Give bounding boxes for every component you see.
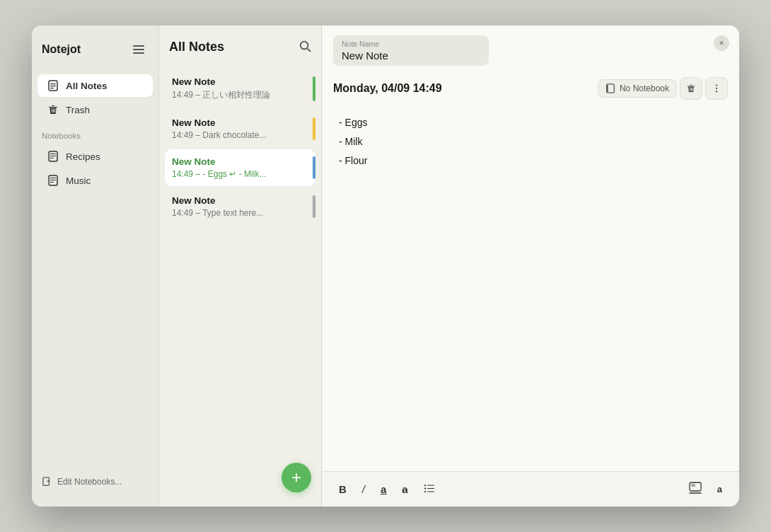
note-title: New Note <box>172 117 308 128</box>
editor-toolbar: Monday, 04/09 14:49 No Notebook <box>322 73 739 107</box>
svg-rect-2 <box>133 52 144 54</box>
svg-rect-16 <box>49 177 50 184</box>
add-note-button[interactable]: + <box>282 463 311 492</box>
strikethrough-icon: a <box>402 483 407 495</box>
svg-rect-30 <box>424 491 426 492</box>
more-options-button[interactable] <box>705 77 728 100</box>
notebook-music-icon <box>47 175 59 186</box>
svg-rect-32 <box>690 482 701 491</box>
search-icon <box>298 40 311 52</box>
notebook-button[interactable]: No Notebook <box>598 79 677 98</box>
sidebar-item-recipes[interactable]: Recipes <box>37 145 153 168</box>
svg-rect-9 <box>50 156 56 156</box>
notebook-btn-icon <box>605 83 615 93</box>
insert-icon <box>689 482 702 495</box>
note-preview: 14:49 – Type text here... <box>172 208 308 218</box>
sidebar-item-all-notes[interactable]: All Notes <box>37 74 153 97</box>
underline-button[interactable]: a <box>375 480 392 498</box>
edit-notebooks-label: Edit Notebooks... <box>57 477 122 487</box>
more-icon <box>712 83 721 93</box>
svg-point-23 <box>716 84 717 86</box>
sidebar-item-music[interactable]: Music <box>37 169 153 192</box>
bold-button[interactable]: B <box>333 480 352 498</box>
text-style-button[interactable]: a <box>712 481 728 497</box>
svg-rect-29 <box>427 488 434 489</box>
svg-rect-31 <box>427 492 434 492</box>
svg-rect-33 <box>691 484 695 487</box>
note-title: New Note <box>172 156 308 167</box>
all-notes-label: All Notes <box>66 81 108 91</box>
menu-button[interactable] <box>129 40 149 59</box>
delete-icon <box>686 83 696 93</box>
edit-notebooks-button[interactable]: Edit Notebooks... <box>32 471 158 492</box>
sidebar: Notejot All Notes Trash <box>32 25 159 507</box>
content-line: - Eggs <box>339 114 722 132</box>
note-title: New Note <box>172 195 308 206</box>
note-item[interactable]: New Note 14:49 – 正しい相対性理論 <box>165 69 315 108</box>
svg-rect-10 <box>50 158 54 158</box>
text-style-icon: a <box>717 484 722 495</box>
note-accent <box>313 156 315 179</box>
note-preview: 14:49 – Dark chocolate... <box>172 130 308 140</box>
menu-icon <box>133 44 144 55</box>
note-item[interactable]: New Note 14:49 – - Eggs ↵ - Milk... <box>165 149 315 186</box>
editor-panel: Note Name New Note Monday, 04/09 14:49 N… <box>322 25 739 507</box>
svg-point-24 <box>716 88 717 89</box>
delete-note-button[interactable] <box>680 77 702 100</box>
note-date: Monday, 04/09 14:49 <box>333 82 595 95</box>
svg-rect-4 <box>50 83 56 84</box>
svg-rect-8 <box>50 154 56 154</box>
svg-rect-11 <box>49 153 50 160</box>
sidebar-header: Notejot <box>32 40 158 74</box>
svg-rect-26 <box>424 485 426 486</box>
note-accent <box>313 195 315 218</box>
underline-icon: a <box>381 483 386 495</box>
svg-rect-5 <box>50 86 56 86</box>
svg-rect-27 <box>427 485 434 486</box>
notebook-label: No Notebook <box>620 83 669 93</box>
note-item[interactable]: New Note 14:49 – Dark chocolate... <box>165 110 315 147</box>
note-preview: 14:49 – - Eggs ↵ - Milk... <box>172 169 308 179</box>
note-accent <box>313 117 315 140</box>
strikethrough-button[interactable]: a <box>396 480 413 498</box>
svg-rect-28 <box>424 488 426 490</box>
svg-rect-14 <box>50 180 56 180</box>
insert-button[interactable] <box>683 479 707 499</box>
content-line: - Milk <box>339 133 722 151</box>
svg-rect-18 <box>42 479 43 485</box>
music-label: Music <box>66 175 91 186</box>
list-button[interactable] <box>418 480 441 499</box>
svg-rect-13 <box>50 178 56 178</box>
note-title: New Note <box>172 76 308 87</box>
svg-rect-0 <box>133 45 144 47</box>
app-title: Notejot <box>42 43 81 56</box>
search-button[interactable] <box>298 40 311 54</box>
note-icon <box>47 80 59 91</box>
sidebar-item-trash[interactable]: Trash <box>37 98 153 121</box>
note-item[interactable]: New Note 14:49 – Type text here... <box>165 188 315 225</box>
svg-point-25 <box>716 91 717 92</box>
trash-label: Trash <box>66 105 90 115</box>
notes-list-panel: All Notes New Note 14:49 – 正しい相対性理論 New … <box>159 25 322 507</box>
edit-notebooks-icon <box>42 477 52 487</box>
trash-icon <box>47 104 59 115</box>
svg-rect-6 <box>50 88 54 88</box>
format-bar: B / a a <box>322 471 739 507</box>
note-name-field[interactable]: Note Name New Note <box>333 35 489 66</box>
notebook-recipes-icon <box>47 151 59 162</box>
svg-line-20 <box>308 49 311 52</box>
editor-content[interactable]: - Eggs - Milk - Flour <box>322 107 739 471</box>
italic-button[interactable]: / <box>356 480 371 498</box>
recipes-label: Recipes <box>66 151 100 162</box>
note-name-value[interactable]: New Note <box>342 50 480 62</box>
notes-list-title: All Notes <box>169 40 224 54</box>
svg-rect-22 <box>607 86 608 92</box>
svg-rect-15 <box>50 182 54 183</box>
note-preview: 14:49 – 正しい相対性理論 <box>172 89 308 101</box>
note-name-label: Note Name <box>342 40 480 48</box>
content-line: - Flour <box>339 152 722 170</box>
editor-top: Note Name New Note <box>322 25 739 73</box>
close-button[interactable]: × <box>714 35 729 51</box>
notebooks-section-label: Notebooks <box>32 122 158 144</box>
svg-rect-1 <box>133 49 144 50</box>
